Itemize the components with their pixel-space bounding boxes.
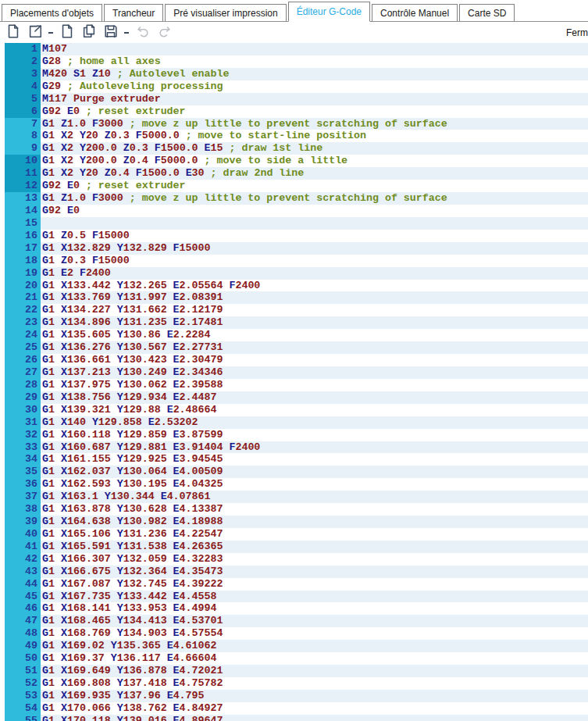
code-line[interactable]: 33G1 X160.687 Y129.881 E3.91404 F2400 xyxy=(0,441,588,454)
copy-button[interactable] xyxy=(80,23,98,41)
code-line[interactable]: 11G1 X2 Y20 Z0.4 F1500.0 E30 ; draw 2nd … xyxy=(0,167,588,180)
code-line[interactable]: 27G1 X137.213 Y130.249 E2.34346 xyxy=(0,366,588,379)
code-line[interactable]: 2G28 ; home all axes xyxy=(0,55,588,68)
code-text[interactable]: G1 X161.155 Y129.925 E3.94545 xyxy=(41,453,588,466)
code-line[interactable]: 22G1 X134.227 Y131.662 E2.12179 xyxy=(0,304,588,316)
code-text[interactable]: G1 X140 Y129.858 E2.53202 xyxy=(41,416,588,429)
code-text[interactable]: M107 xyxy=(41,43,588,55)
close-button[interactable]: Ferm xyxy=(566,27,588,38)
tab-placements-objets[interactable]: Placements d'objets xyxy=(2,4,102,21)
code-line[interactable]: 19G1 E2 F2400 xyxy=(0,267,588,280)
code-line[interactable]: 44G1 X167.087 Y132.745 E4.39222 xyxy=(0,578,588,591)
code-line[interactable]: 35G1 X162.037 Y130.064 E4.00509 xyxy=(0,466,588,478)
code-text[interactable]: G1 Z0.5 F15000 xyxy=(41,230,588,242)
code-line[interactable]: 52G1 X169.808 Y137.418 E4.75782 xyxy=(0,677,588,690)
tab-trancheur[interactable]: Trancheur xyxy=(104,4,163,21)
code-text[interactable]: G1 X163.878 Y130.628 E4.13387 xyxy=(41,503,588,516)
code-text[interactable]: G1 X136.661 Y130.423 E2.30479 xyxy=(41,354,588,366)
code-text[interactable]: G1 X2 Y20 Z0.4 F1500.0 E30 ; draw 2nd li… xyxy=(41,167,588,180)
code-line[interactable]: 43G1 X166.675 Y132.364 E4.35473 xyxy=(0,566,588,578)
code-line[interactable]: 29G1 X138.756 Y129.934 E2.4487 xyxy=(0,391,588,404)
code-text[interactable]: G1 X133.442 Y132.265 E2.05564 F2400 xyxy=(41,280,588,292)
gcode-editor[interactable]: 1M1072G28 ; home all axes3M420 S1 Z10 ; … xyxy=(0,43,588,721)
code-line[interactable]: 20G1 X133.442 Y132.265 E2.05564 F2400 xyxy=(0,280,588,292)
code-text[interactable]: G1 X169.37 Y136.117 E4.66604 xyxy=(41,652,588,665)
code-line[interactable]: 7G1 Z1.0 F3000 ; move z up little to pre… xyxy=(0,118,588,130)
code-line[interactable]: 1M107 xyxy=(0,43,588,55)
code-text[interactable]: G1 X162.593 Y130.195 E4.04325 xyxy=(41,478,588,491)
code-text[interactable]: G1 X132.829 Y132.829 F15000 xyxy=(41,242,588,255)
code-text[interactable]: M117 Purge extruder xyxy=(41,93,588,105)
code-text[interactable]: G1 Z0.3 F15000 xyxy=(41,255,588,267)
code-line[interactable]: 4G29 ; Autoleveling processing xyxy=(0,80,588,93)
tab-editeur-gcode[interactable]: Éditeur G-Code xyxy=(288,2,370,22)
code-line[interactable]: 8G1 X2 Y20 Z0.3 F5000.0 ; move to start-… xyxy=(0,130,588,142)
code-text[interactable]: G1 X165.591 Y131.538 E4.26365 xyxy=(41,541,588,553)
code-text[interactable]: G1 X168.769 Y134.903 E4.57554 xyxy=(41,627,588,640)
code-text[interactable]: G1 X133.769 Y131.997 E2.08391 xyxy=(41,291,588,304)
code-line[interactable]: 55G1 X170.118 Y139.016 E4.89647 xyxy=(0,715,588,721)
code-line[interactable]: 51G1 X169.649 Y136.878 E4.72021 xyxy=(0,665,588,677)
code-line[interactable]: 15 xyxy=(0,217,588,230)
code-text[interactable]: G92 E0 ; reset extruder xyxy=(41,105,588,118)
tab-previsualiser-impression[interactable]: Pré visualiser impression xyxy=(165,4,286,21)
code-text[interactable]: G1 X170.066 Y138.762 E4.84927 xyxy=(41,702,588,715)
new-file-button[interactable] xyxy=(4,23,22,41)
code-text[interactable]: G92 E0 ; reset extruder xyxy=(41,180,588,192)
code-text[interactable]: G1 X139.321 Y129.88 E2.48664 xyxy=(41,404,588,416)
code-text[interactable]: G1 X165.106 Y131.236 E4.22547 xyxy=(41,528,588,541)
code-line[interactable]: 50G1 X169.37 Y136.117 E4.66604 xyxy=(0,652,588,665)
tab-carte-sd[interactable]: Carte SD xyxy=(459,4,515,21)
tab-controle-manuel[interactable]: Contrôle Manuel xyxy=(372,4,458,21)
code-line[interactable]: 42G1 X166.307 Y132.059 E4.32283 xyxy=(0,553,588,566)
code-text[interactable]: G1 X137.213 Y130.249 E2.34346 xyxy=(41,366,588,379)
code-text[interactable]: G1 X168.141 Y133.953 E4.4994 xyxy=(41,602,588,615)
code-text[interactable]: G1 X138.756 Y129.934 E2.4487 xyxy=(41,391,588,404)
code-line[interactable]: 10G1 X2 Y200.0 Z0.4 F5000.0 ; move to si… xyxy=(0,155,588,167)
code-text[interactable]: G1 X166.307 Y132.059 E4.32283 xyxy=(41,553,588,566)
code-text[interactable]: G1 X134.896 Y131.235 E2.17481 xyxy=(41,316,588,329)
code-line[interactable]: 49G1 X169.02 Y135.365 E4.61062 xyxy=(0,640,588,652)
code-text[interactable] xyxy=(41,217,588,230)
code-line[interactable]: 12G92 E0 ; reset extruder xyxy=(0,180,588,192)
code-line[interactable]: 26G1 X136.661 Y130.423 E2.30479 xyxy=(0,354,588,366)
code-line[interactable]: 47G1 X168.465 Y134.413 E4.53701 xyxy=(0,615,588,627)
code-line[interactable]: 16G1 Z0.5 F15000 xyxy=(0,230,588,242)
code-text[interactable]: G1 X135.605 Y130.86 E2.2284 xyxy=(41,329,588,341)
code-line[interactable]: 34G1 X161.155 Y129.925 E3.94545 xyxy=(0,453,588,466)
code-text[interactable]: G1 Z1.0 F3000 ; move z up little to prev… xyxy=(41,192,588,205)
code-line[interactable]: 13G1 Z1.0 F3000 ; move z up little to pr… xyxy=(0,192,588,205)
code-line[interactable]: 18G1 Z0.3 F15000 xyxy=(0,255,588,267)
export-gcode-button[interactable] xyxy=(26,23,44,41)
code-text[interactable]: G1 X2 Y200.0 Z0.4 F5000.0 ; move to side… xyxy=(41,155,588,167)
code-text[interactable]: G1 X134.227 Y131.662 E2.12179 xyxy=(41,304,588,316)
code-line[interactable]: 39G1 X164.638 Y130.982 E4.18988 xyxy=(0,516,588,528)
code-text[interactable]: G1 X169.02 Y135.365 E4.61062 xyxy=(41,640,588,652)
code-text[interactable]: G1 X162.037 Y130.064 E4.00509 xyxy=(41,466,588,478)
code-line[interactable]: 9G1 X2 Y200.0 Z0.3 F1500.0 E15 ; draw 1s… xyxy=(0,142,588,155)
code-line[interactable]: 30G1 X139.321 Y129.88 E2.48664 xyxy=(0,404,588,416)
code-line[interactable]: 40G1 X165.106 Y131.236 E4.22547 xyxy=(0,528,588,541)
redo-button[interactable] xyxy=(155,23,173,41)
code-text[interactable]: G1 X169.808 Y137.418 E4.75782 xyxy=(41,677,588,690)
code-text[interactable]: G28 ; home all axes xyxy=(41,55,588,68)
code-line[interactable]: 14G92 E0 xyxy=(0,205,588,217)
code-line[interactable]: 36G1 X162.593 Y130.195 E4.04325 xyxy=(0,478,588,491)
code-line[interactable]: 38G1 X163.878 Y130.628 E4.13387 xyxy=(0,503,588,516)
code-text[interactable]: G1 X2 Y200.0 Z0.3 F1500.0 E15 ; draw 1st… xyxy=(41,142,588,155)
code-line[interactable]: 37G1 X163.1 Y130.344 E4.07861 xyxy=(0,491,588,503)
code-text[interactable]: G1 X166.675 Y132.364 E4.35473 xyxy=(41,566,588,578)
code-line[interactable]: 54G1 X170.066 Y138.762 E4.84927 xyxy=(0,702,588,715)
code-line[interactable]: 45G1 X167.735 Y133.442 E4.4558 xyxy=(0,591,588,603)
code-line[interactable]: 46G1 X168.141 Y133.953 E4.4994 xyxy=(0,602,588,615)
code-text[interactable]: G1 X167.087 Y132.745 E4.39222 xyxy=(41,578,588,591)
code-text[interactable]: G1 X160.118 Y129.859 E3.87599 xyxy=(41,429,588,441)
code-text[interactable]: G29 ; Autoleveling processing xyxy=(41,80,588,93)
code-line[interactable]: 5M117 Purge extruder xyxy=(0,93,588,105)
save-button[interactable] xyxy=(102,23,119,41)
code-line[interactable]: 48G1 X168.769 Y134.903 E4.57554 xyxy=(0,627,588,640)
code-text[interactable]: G1 X168.465 Y134.413 E4.53701 xyxy=(41,615,588,627)
code-line[interactable]: 23G1 X134.896 Y131.235 E2.17481 xyxy=(0,316,588,329)
code-text[interactable]: G1 X163.1 Y130.344 E4.07861 xyxy=(41,491,588,503)
code-line[interactable]: 24G1 X135.605 Y130.86 E2.2284 xyxy=(0,329,588,341)
